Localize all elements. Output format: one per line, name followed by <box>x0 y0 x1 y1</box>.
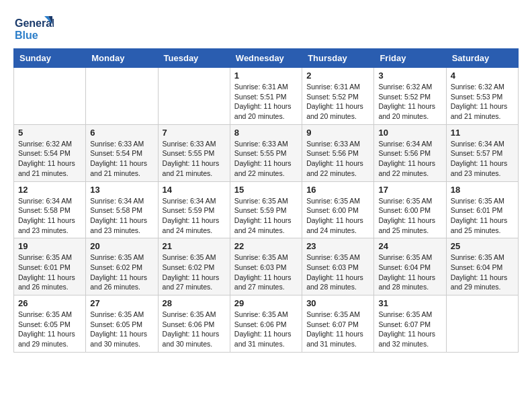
day-info: Sunrise: 6:35 AM Sunset: 6:00 PM Dayligh… <box>378 196 441 236</box>
calendar-day-cell: 13Sunrise: 6:34 AM Sunset: 5:58 PM Dayli… <box>86 181 158 238</box>
day-number: 15 <box>234 185 298 195</box>
day-info: Sunrise: 6:35 AM Sunset: 6:03 PM Dayligh… <box>306 253 369 292</box>
day-info: Sunrise: 6:35 AM Sunset: 6:03 PM Dayligh… <box>234 253 298 292</box>
day-number: 22 <box>234 241 298 251</box>
calendar-day-cell: 7Sunrise: 6:33 AM Sunset: 5:55 PM Daylig… <box>158 124 230 181</box>
day-info: Sunrise: 6:35 AM Sunset: 6:01 PM Dayligh… <box>451 196 514 236</box>
day-number: 9 <box>306 128 369 138</box>
calendar-week-row: 12Sunrise: 6:34 AM Sunset: 5:58 PM Dayli… <box>14 181 519 238</box>
day-info: Sunrise: 6:35 AM Sunset: 6:05 PM Dayligh… <box>18 310 81 349</box>
day-info: Sunrise: 6:31 AM Sunset: 5:52 PM Dayligh… <box>306 82 369 122</box>
day-number: 28 <box>163 298 226 308</box>
day-number: 19 <box>18 241 81 251</box>
day-info: Sunrise: 6:34 AM Sunset: 5:58 PM Dayligh… <box>90 196 153 236</box>
calendar-day-cell: 5Sunrise: 6:32 AM Sunset: 5:54 PM Daylig… <box>14 124 86 181</box>
day-info: Sunrise: 6:32 AM Sunset: 5:54 PM Dayligh… <box>18 139 81 179</box>
calendar-day-cell: 19Sunrise: 6:35 AM Sunset: 6:01 PM Dayli… <box>14 238 86 295</box>
calendar-day-cell: 25Sunrise: 6:35 AM Sunset: 6:04 PM Dayli… <box>446 238 518 295</box>
day-number: 21 <box>163 241 226 251</box>
day-info: Sunrise: 6:35 AM Sunset: 6:04 PM Dayligh… <box>451 253 514 292</box>
day-number: 20 <box>90 241 153 251</box>
calendar-day-cell: 11Sunrise: 6:34 AM Sunset: 5:57 PM Dayli… <box>446 124 518 181</box>
calendar-day-cell: 24Sunrise: 6:35 AM Sunset: 6:04 PM Dayli… <box>374 238 446 295</box>
calendar-day-header: Saturday <box>446 49 518 68</box>
day-info: Sunrise: 6:35 AM Sunset: 6:04 PM Dayligh… <box>378 253 441 292</box>
calendar-day-cell: 21Sunrise: 6:35 AM Sunset: 6:02 PM Dayli… <box>158 238 230 295</box>
day-info: Sunrise: 6:35 AM Sunset: 6:05 PM Dayligh… <box>90 310 153 349</box>
calendar-day-cell <box>14 68 86 125</box>
day-info: Sunrise: 6:35 AM Sunset: 6:07 PM Dayligh… <box>306 310 369 349</box>
day-number: 25 <box>451 241 514 251</box>
day-info: Sunrise: 6:35 AM Sunset: 6:02 PM Dayligh… <box>90 253 153 292</box>
calendar-day-cell: 6Sunrise: 6:33 AM Sunset: 5:54 PM Daylig… <box>86 124 158 181</box>
calendar-day-cell: 12Sunrise: 6:34 AM Sunset: 5:58 PM Dayli… <box>14 181 86 238</box>
calendar-day-cell: 28Sunrise: 6:35 AM Sunset: 6:06 PM Dayli… <box>158 295 230 353</box>
calendar-day-cell: 26Sunrise: 6:35 AM Sunset: 6:05 PM Dayli… <box>14 295 86 353</box>
day-info: Sunrise: 6:35 AM Sunset: 6:00 PM Dayligh… <box>306 196 369 236</box>
day-number: 31 <box>378 298 441 308</box>
logo: GeneralBlue <box>13 13 54 43</box>
calendar-day-cell <box>446 295 518 353</box>
calendar-day-cell: 23Sunrise: 6:35 AM Sunset: 6:03 PM Dayli… <box>302 238 374 295</box>
day-info: Sunrise: 6:33 AM Sunset: 5:56 PM Dayligh… <box>306 139 369 179</box>
day-number: 12 <box>18 185 81 195</box>
day-number: 30 <box>306 298 369 308</box>
calendar-day-cell: 31Sunrise: 6:35 AM Sunset: 6:07 PM Dayli… <box>374 295 446 353</box>
calendar-day-header: Wednesday <box>230 49 302 68</box>
calendar-day-header: Tuesday <box>158 49 230 68</box>
calendar-day-cell: 29Sunrise: 6:35 AM Sunset: 6:06 PM Dayli… <box>230 295 302 353</box>
calendar-week-row: 26Sunrise: 6:35 AM Sunset: 6:05 PM Dayli… <box>14 295 519 353</box>
calendar-day-cell: 2Sunrise: 6:31 AM Sunset: 5:52 PM Daylig… <box>302 68 374 125</box>
calendar-day-cell: 10Sunrise: 6:34 AM Sunset: 5:56 PM Dayli… <box>374 124 446 181</box>
calendar-day-cell <box>86 68 158 125</box>
day-number: 5 <box>18 128 81 138</box>
calendar-day-cell: 17Sunrise: 6:35 AM Sunset: 6:00 PM Dayli… <box>374 181 446 238</box>
day-info: Sunrise: 6:34 AM Sunset: 5:57 PM Dayligh… <box>451 139 514 179</box>
header: GeneralBlue <box>13 13 519 43</box>
day-number: 10 <box>378 128 441 138</box>
calendar-day-cell: 15Sunrise: 6:35 AM Sunset: 5:59 PM Dayli… <box>230 181 302 238</box>
calendar-day-header: Friday <box>374 49 446 68</box>
calendar-day-header: Thursday <box>302 49 374 68</box>
day-number: 2 <box>306 71 369 81</box>
calendar-day-cell <box>158 68 230 125</box>
logo-svg: GeneralBlue <box>13 13 54 43</box>
day-info: Sunrise: 6:31 AM Sunset: 5:51 PM Dayligh… <box>234 82 298 122</box>
svg-text:Blue: Blue <box>15 30 38 41</box>
day-number: 18 <box>451 185 514 195</box>
day-number: 7 <box>163 128 226 138</box>
day-info: Sunrise: 6:33 AM Sunset: 5:55 PM Dayligh… <box>163 139 226 179</box>
day-number: 6 <box>90 128 153 138</box>
day-number: 26 <box>18 298 81 308</box>
calendar-day-header: Monday <box>86 49 158 68</box>
day-number: 13 <box>90 185 153 195</box>
calendar-day-cell: 14Sunrise: 6:34 AM Sunset: 5:59 PM Dayli… <box>158 181 230 238</box>
calendar-day-cell: 30Sunrise: 6:35 AM Sunset: 6:07 PM Dayli… <box>302 295 374 353</box>
day-info: Sunrise: 6:33 AM Sunset: 5:55 PM Dayligh… <box>234 139 298 179</box>
day-number: 23 <box>306 241 369 251</box>
day-info: Sunrise: 6:32 AM Sunset: 5:53 PM Dayligh… <box>451 82 514 122</box>
calendar-day-cell: 1Sunrise: 6:31 AM Sunset: 5:51 PM Daylig… <box>230 68 302 125</box>
calendar-week-row: 5Sunrise: 6:32 AM Sunset: 5:54 PM Daylig… <box>14 124 519 181</box>
day-info: Sunrise: 6:35 AM Sunset: 6:07 PM Dayligh… <box>378 310 441 349</box>
day-number: 4 <box>451 71 514 81</box>
calendar-table: SundayMondayTuesdayWednesdayThursdayFrid… <box>13 48 519 353</box>
day-info: Sunrise: 6:34 AM Sunset: 5:59 PM Dayligh… <box>163 196 226 236</box>
day-info: Sunrise: 6:34 AM Sunset: 5:56 PM Dayligh… <box>378 139 441 179</box>
day-info: Sunrise: 6:32 AM Sunset: 5:52 PM Dayligh… <box>378 82 441 122</box>
calendar-header-row: SundayMondayTuesdayWednesdayThursdayFrid… <box>14 49 519 68</box>
day-number: 11 <box>451 128 514 138</box>
day-info: Sunrise: 6:35 AM Sunset: 5:59 PM Dayligh… <box>234 196 298 236</box>
day-info: Sunrise: 6:34 AM Sunset: 5:58 PM Dayligh… <box>18 196 81 236</box>
calendar-day-cell: 4Sunrise: 6:32 AM Sunset: 5:53 PM Daylig… <box>446 68 518 125</box>
day-info: Sunrise: 6:35 AM Sunset: 6:02 PM Dayligh… <box>163 253 226 292</box>
calendar-day-cell: 16Sunrise: 6:35 AM Sunset: 6:00 PM Dayli… <box>302 181 374 238</box>
day-info: Sunrise: 6:35 AM Sunset: 6:01 PM Dayligh… <box>18 253 81 292</box>
calendar-day-cell: 20Sunrise: 6:35 AM Sunset: 6:02 PM Dayli… <box>86 238 158 295</box>
day-number: 16 <box>306 185 369 195</box>
day-number: 1 <box>234 71 298 81</box>
calendar-day-cell: 8Sunrise: 6:33 AM Sunset: 5:55 PM Daylig… <box>230 124 302 181</box>
page: GeneralBlue SundayMondayTuesdayWednesday… <box>0 0 532 366</box>
day-info: Sunrise: 6:35 AM Sunset: 6:06 PM Dayligh… <box>163 310 226 349</box>
day-number: 3 <box>378 71 441 81</box>
